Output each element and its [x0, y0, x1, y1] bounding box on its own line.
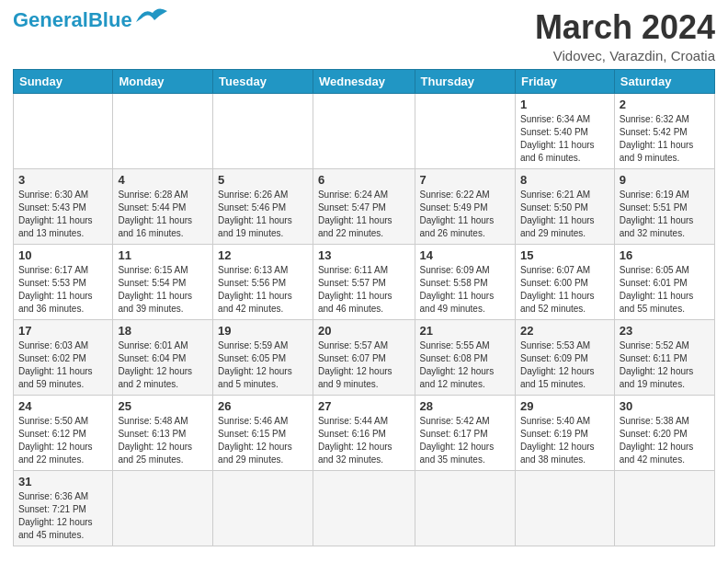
day-cell: 14Sunrise: 6:09 AM Sunset: 5:58 PM Dayli…	[415, 244, 515, 319]
day-number: 15	[520, 248, 609, 262]
day-info: Sunrise: 6:32 AM Sunset: 5:42 PM Dayligh…	[620, 113, 710, 165]
week-row-1: 3Sunrise: 6:30 AM Sunset: 5:43 PM Daylig…	[14, 168, 715, 244]
day-cell	[515, 470, 614, 546]
day-cell: 16Sunrise: 6:05 AM Sunset: 6:01 PM Dayli…	[614, 244, 714, 319]
day-cell: 25Sunrise: 5:48 AM Sunset: 6:13 PM Dayli…	[113, 395, 213, 470]
day-info: Sunrise: 5:42 AM Sunset: 6:17 PM Dayligh…	[420, 415, 510, 466]
day-info: Sunrise: 5:40 AM Sunset: 6:19 PM Dayligh…	[520, 415, 609, 466]
day-number: 31	[18, 475, 108, 488]
day-cell: 20Sunrise: 5:57 AM Sunset: 6:07 PM Dayli…	[313, 319, 415, 395]
day-cell	[14, 93, 113, 168]
day-number: 5	[218, 173, 308, 187]
day-info: Sunrise: 6:11 AM Sunset: 5:57 PM Dayligh…	[318, 264, 410, 316]
day-cell: 4Sunrise: 6:28 AM Sunset: 5:44 PM Daylig…	[113, 168, 213, 244]
day-number: 11	[118, 248, 208, 262]
day-number: 22	[520, 324, 609, 338]
day-cell	[614, 470, 714, 546]
day-number: 12	[218, 248, 308, 262]
day-number: 25	[118, 399, 208, 413]
day-number: 16	[620, 248, 710, 262]
day-number: 3	[18, 173, 108, 187]
day-cell: 31Sunrise: 6:36 AM Sunset: 7:21 PM Dayli…	[14, 470, 113, 546]
day-info: Sunrise: 6:13 AM Sunset: 5:56 PM Dayligh…	[218, 264, 308, 316]
day-info: Sunrise: 5:48 AM Sunset: 6:13 PM Dayligh…	[118, 415, 208, 466]
day-cell: 9Sunrise: 6:19 AM Sunset: 5:51 PM Daylig…	[614, 168, 714, 244]
day-cell: 26Sunrise: 5:46 AM Sunset: 6:15 PM Dayli…	[213, 395, 313, 470]
page: GeneralBlue March 2024 Vidovec, Varazdin…	[0, 0, 728, 556]
day-cell: 29Sunrise: 5:40 AM Sunset: 6:19 PM Dayli…	[515, 395, 614, 470]
calendar-table: SundayMondayTuesdayWednesdayThursdayFrid…	[13, 69, 715, 546]
week-row-4: 24Sunrise: 5:50 AM Sunset: 6:12 PM Dayli…	[14, 395, 715, 470]
day-number: 21	[420, 324, 510, 338]
day-number: 1	[520, 98, 609, 111]
day-number: 30	[620, 399, 710, 413]
day-cell: 13Sunrise: 6:11 AM Sunset: 5:57 PM Dayli…	[313, 244, 415, 319]
day-cell: 7Sunrise: 6:22 AM Sunset: 5:49 PM Daylig…	[415, 168, 515, 244]
col-header-thursday: Thursday	[415, 69, 515, 93]
week-row-0: 1Sunrise: 6:34 AM Sunset: 5:40 PM Daylig…	[14, 93, 715, 168]
day-cell: 27Sunrise: 5:44 AM Sunset: 6:16 PM Dayli…	[313, 395, 415, 470]
day-number: 23	[620, 324, 710, 338]
day-number: 10	[18, 248, 108, 262]
day-info: Sunrise: 6:03 AM Sunset: 6:02 PM Dayligh…	[18, 339, 108, 391]
day-number: 6	[318, 173, 410, 187]
day-cell: 12Sunrise: 6:13 AM Sunset: 5:56 PM Dayli…	[213, 244, 313, 319]
col-header-friday: Friday	[515, 69, 614, 93]
logo-text: GeneralBlue	[13, 9, 132, 31]
day-info: Sunrise: 6:34 AM Sunset: 5:40 PM Dayligh…	[520, 113, 609, 165]
day-info: Sunrise: 5:38 AM Sunset: 6:20 PM Dayligh…	[620, 415, 710, 466]
day-cell: 23Sunrise: 5:52 AM Sunset: 6:11 PM Dayli…	[614, 319, 714, 395]
day-number: 7	[420, 173, 510, 187]
day-info: Sunrise: 6:09 AM Sunset: 5:58 PM Dayligh…	[420, 264, 510, 316]
day-info: Sunrise: 6:24 AM Sunset: 5:47 PM Dayligh…	[318, 189, 410, 240]
day-number: 18	[118, 324, 208, 338]
day-info: Sunrise: 5:55 AM Sunset: 6:08 PM Dayligh…	[420, 339, 510, 391]
day-info: Sunrise: 5:46 AM Sunset: 6:15 PM Dayligh…	[218, 415, 308, 466]
col-header-sunday: Sunday	[14, 69, 113, 93]
day-cell: 5Sunrise: 6:26 AM Sunset: 5:46 PM Daylig…	[213, 168, 313, 244]
header: GeneralBlue March 2024 Vidovec, Varazdin…	[13, 9, 715, 63]
day-cell: 19Sunrise: 5:59 AM Sunset: 6:05 PM Dayli…	[213, 319, 313, 395]
day-info: Sunrise: 6:21 AM Sunset: 5:50 PM Dayligh…	[520, 189, 609, 240]
day-cell	[415, 470, 515, 546]
day-number: 4	[118, 173, 208, 187]
day-info: Sunrise: 5:53 AM Sunset: 6:09 PM Dayligh…	[520, 339, 609, 391]
day-cell	[313, 470, 415, 546]
day-info: Sunrise: 6:19 AM Sunset: 5:51 PM Dayligh…	[620, 189, 710, 240]
day-info: Sunrise: 6:30 AM Sunset: 5:43 PM Dayligh…	[18, 189, 108, 240]
day-info: Sunrise: 6:36 AM Sunset: 7:21 PM Dayligh…	[18, 490, 108, 542]
day-info: Sunrise: 6:22 AM Sunset: 5:49 PM Dayligh…	[420, 189, 510, 240]
col-header-saturday: Saturday	[614, 69, 714, 93]
logo-general: General	[13, 8, 88, 31]
day-info: Sunrise: 5:52 AM Sunset: 6:11 PM Dayligh…	[620, 339, 710, 391]
week-row-5: 31Sunrise: 6:36 AM Sunset: 7:21 PM Dayli…	[14, 470, 715, 546]
day-info: Sunrise: 5:57 AM Sunset: 6:07 PM Dayligh…	[318, 339, 410, 391]
day-cell: 2Sunrise: 6:32 AM Sunset: 5:42 PM Daylig…	[614, 93, 714, 168]
day-cell: 8Sunrise: 6:21 AM Sunset: 5:50 PM Daylig…	[515, 168, 614, 244]
day-number: 19	[218, 324, 308, 338]
logo-blue: Blue	[88, 8, 132, 31]
logo-bird-icon	[134, 4, 169, 29]
day-number: 24	[18, 399, 108, 413]
day-cell: 18Sunrise: 6:01 AM Sunset: 6:04 PM Dayli…	[113, 319, 213, 395]
col-header-tuesday: Tuesday	[213, 69, 313, 93]
day-info: Sunrise: 6:17 AM Sunset: 5:53 PM Dayligh…	[18, 264, 108, 316]
day-cell: 30Sunrise: 5:38 AM Sunset: 6:20 PM Dayli…	[614, 395, 714, 470]
calendar-header-row: SundayMondayTuesdayWednesdayThursdayFrid…	[14, 69, 715, 93]
day-cell: 24Sunrise: 5:50 AM Sunset: 6:12 PM Dayli…	[14, 395, 113, 470]
title-block: March 2024 Vidovec, Varazdin, Croatia	[535, 9, 715, 63]
day-cell: 28Sunrise: 5:42 AM Sunset: 6:17 PM Dayli…	[415, 395, 515, 470]
day-info: Sunrise: 5:59 AM Sunset: 6:05 PM Dayligh…	[218, 339, 308, 391]
day-number: 9	[620, 173, 710, 187]
location: Vidovec, Varazdin, Croatia	[535, 48, 715, 63]
day-cell	[213, 93, 313, 168]
day-cell: 22Sunrise: 5:53 AM Sunset: 6:09 PM Dayli…	[515, 319, 614, 395]
day-info: Sunrise: 6:26 AM Sunset: 5:46 PM Dayligh…	[218, 189, 308, 240]
day-cell	[313, 93, 415, 168]
day-number: 20	[318, 324, 410, 338]
day-cell: 11Sunrise: 6:15 AM Sunset: 5:54 PM Dayli…	[113, 244, 213, 319]
day-info: Sunrise: 6:01 AM Sunset: 6:04 PM Dayligh…	[118, 339, 208, 391]
day-number: 13	[318, 248, 410, 262]
day-cell: 3Sunrise: 6:30 AM Sunset: 5:43 PM Daylig…	[14, 168, 113, 244]
day-cell	[415, 93, 515, 168]
